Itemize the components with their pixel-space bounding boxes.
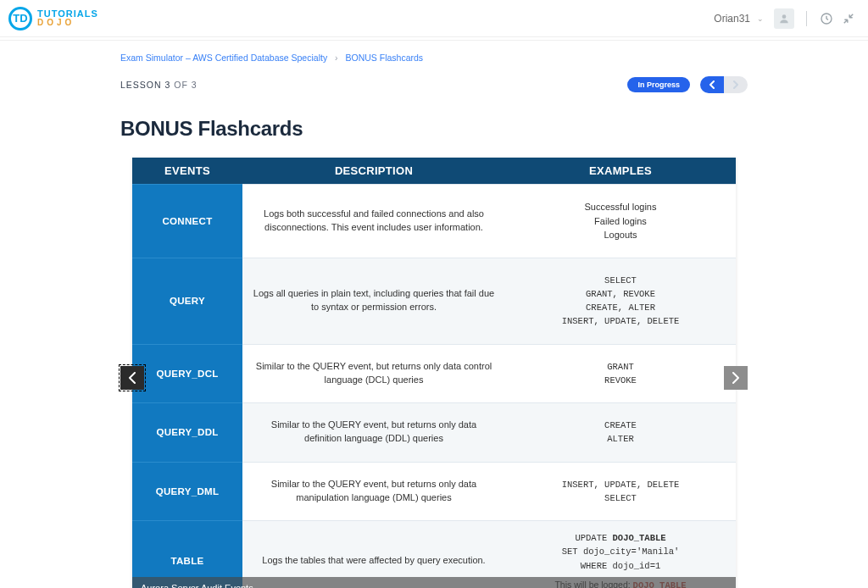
description-cell: Similar to the QUERY event, but returns … xyxy=(242,462,505,521)
collapse-icon[interactable] xyxy=(841,11,856,26)
breadcrumb-item-1[interactable]: Exam Simulator – AWS Certified Database … xyxy=(120,53,327,63)
event-cell: QUERY_DML xyxy=(132,462,242,521)
svg-point-0 xyxy=(782,14,787,19)
carousel-next-button[interactable] xyxy=(724,366,748,390)
carousel-prev-button[interactable] xyxy=(120,366,144,390)
examples-cell: CREATE ALTER xyxy=(505,403,736,463)
th-description: DESCRIPTION xyxy=(242,158,505,185)
logo-badge: TD xyxy=(8,7,32,31)
breadcrumb: Exam Simulator – AWS Certified Database … xyxy=(120,53,748,63)
caption-strip: Aurora Server Audit Events xyxy=(132,577,736,588)
lesson-label: LESSON 3 OF 3 xyxy=(120,80,198,90)
table-row: QUERYLogs all queries in plain text, inc… xyxy=(132,258,736,344)
topbar-right: Orian31 ⌄ xyxy=(714,8,856,29)
th-examples: EXAMPLES xyxy=(505,158,736,185)
status-badge: In Progress xyxy=(627,77,690,92)
clock-icon[interactable] xyxy=(819,11,834,26)
breadcrumb-separator: › xyxy=(335,53,338,63)
breadcrumb-item-2[interactable]: BONUS Flashcards xyxy=(345,53,423,63)
event-cell: QUERY_DDL xyxy=(132,403,242,463)
carousel: EVENTS DESCRIPTION EXAMPLES CONNECTLogs … xyxy=(120,158,748,588)
description-cell: Logs both successful and failed connecti… xyxy=(242,185,505,258)
description-cell: Similar to the QUERY event, but returns … xyxy=(242,403,505,463)
page: Exam Simulator – AWS Certified Database … xyxy=(120,41,748,588)
lesson-row: LESSON 3 OF 3 In Progress xyxy=(120,76,748,93)
events-table: EVENTS DESCRIPTION EXAMPLES CONNECTLogs … xyxy=(132,158,736,588)
logo[interactable]: TD TUTORIALS DOJO xyxy=(8,7,98,31)
lesson-controls: In Progress xyxy=(627,76,748,93)
table-row: QUERY_DDLSimilar to the QUERY event, but… xyxy=(132,403,736,463)
table-row: CONNECTLogs both successful and failed c… xyxy=(132,185,736,258)
examples-cell: INSERT, UPDATE, DELETE SELECT xyxy=(505,462,736,521)
next-lesson-button xyxy=(724,76,748,93)
examples-cell: GRANT REVOKE xyxy=(505,344,736,403)
description-cell: Logs all queries in plain text, includin… xyxy=(242,258,505,344)
page-title: BONUS Flashcards xyxy=(120,117,748,141)
th-events: EVENTS xyxy=(132,158,242,185)
avatar[interactable] xyxy=(774,8,794,29)
event-cell: QUERY_DCL xyxy=(132,344,242,403)
event-cell: CONNECT xyxy=(132,185,242,258)
description-cell: Similar to the QUERY event, but returns … xyxy=(242,344,505,403)
logo-bottom-text: DOJO xyxy=(37,19,98,27)
caption-text: Aurora Server Audit Events xyxy=(141,583,727,588)
table-row: QUERY_DCLSimilar to the QUERY event, but… xyxy=(132,344,736,403)
chevron-down-icon[interactable]: ⌄ xyxy=(757,14,764,23)
examples-cell: Successful loginsFailed loginsLogouts xyxy=(505,185,736,258)
examples-cell: SELECT GRANT, REVOKE CREATE, ALTER INSER… xyxy=(505,258,736,344)
flashcard: EVENTS DESCRIPTION EXAMPLES CONNECTLogs … xyxy=(132,158,736,588)
topbar: TD TUTORIALS DOJO Orian31 ⌄ xyxy=(0,0,868,37)
user-name[interactable]: Orian31 xyxy=(714,13,750,25)
event-cell: QUERY xyxy=(132,258,242,344)
separator xyxy=(806,11,807,26)
table-row: QUERY_DMLSimilar to the QUERY event, but… xyxy=(132,462,736,521)
prev-lesson-button[interactable] xyxy=(700,76,724,93)
